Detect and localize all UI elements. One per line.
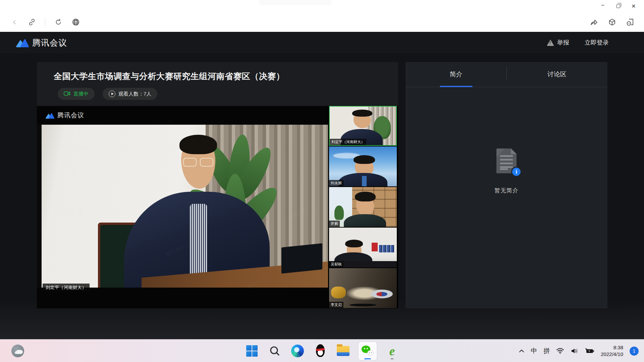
globe-icon (72, 18, 80, 26)
start-button[interactable] (245, 342, 259, 360)
taskbar-clock[interactable]: 8:38 2022/4/10 (601, 344, 623, 358)
speaker-video-frame (37, 125, 328, 288)
participant-tile[interactable]: 李文启 (329, 268, 397, 308)
participant-thumbnails: 刘定平（河南财大） 刘永辉 (329, 106, 397, 308)
link-button[interactable] (28, 18, 36, 26)
weather-widget-icon[interactable] (11, 345, 24, 357)
plate (371, 290, 393, 298)
cable (350, 304, 377, 306)
books (379, 245, 394, 252)
speaker-figure (124, 138, 270, 288)
document-lines (500, 155, 513, 169)
stream-title: 全国大学生市场调查与分析大赛研究生组河南省赛区（决赛） (54, 71, 285, 82)
login-button[interactable]: 立即登录 (585, 39, 609, 47)
report-label: 举报 (557, 39, 569, 47)
player-logo-bar: 腾讯会议 (37, 106, 328, 125)
tray-date: 2022/4/10 (601, 351, 623, 358)
camera-icon (64, 91, 70, 97)
empty-text: 暂无简介 (406, 187, 607, 194)
participant-tile[interactable]: 刘永辉 (329, 146, 397, 186)
tie (362, 176, 367, 186)
wechat-button[interactable] (359, 342, 377, 360)
report-button[interactable]: 举报 (547, 39, 569, 47)
minimize-icon: – (601, 2, 604, 8)
close-button[interactable]: ✕ (626, 0, 641, 12)
player-brand-label: 腾讯会议 (57, 111, 84, 120)
green-e-icon: e (389, 345, 395, 357)
participant-hair (355, 192, 376, 201)
taskbar: e 中 拼 8:38 2022/4 (0, 339, 644, 362)
share-button[interactable] (590, 18, 598, 26)
participant-tile[interactable]: 刘定平（河南财大） (329, 106, 397, 146)
laptop (281, 243, 322, 274)
stream-card: 全国大学生市场调查与分析大赛研究生组河南省赛区（决赛） 直播中 观看人数：7人 (37, 62, 398, 308)
page-body: 全国大学生市场调查与分析大赛研究生组河南省赛区（决赛） 直播中 观看人数：7人 (0, 53, 644, 339)
tab-intro[interactable]: 简介 (406, 62, 506, 87)
edge-browser-button[interactable] (290, 342, 305, 360)
brand[interactable]: 腾讯会议 (16, 37, 67, 48)
panel-tabs: 简介 讨论区 (406, 62, 607, 87)
speaker-icon[interactable] (571, 348, 579, 354)
tray-time: 8:38 (601, 344, 623, 351)
window-titlebar: – ✕ (0, 0, 644, 12)
participant-hair (352, 110, 372, 117)
video-edge (37, 125, 42, 288)
ime-language-indicator[interactable]: 中 (531, 347, 537, 355)
speaker-head (181, 138, 215, 189)
red-flag (372, 243, 378, 251)
qq-login-button[interactable] (626, 18, 635, 26)
participant-nametag: 刘定平（河南财大） (330, 139, 366, 145)
battery-charging-icon[interactable] (585, 348, 594, 354)
video-player[interactable]: 腾讯会议 (37, 106, 398, 308)
plant (334, 205, 344, 220)
windows-logo-icon (246, 345, 258, 357)
file-explorer-button[interactable] (336, 342, 351, 360)
site-mode-button[interactable] (71, 18, 80, 26)
participant-tile[interactable]: 吴郁秋 (329, 228, 397, 267)
side-panel: 简介 讨论区 i 暂无简介 (406, 62, 607, 308)
restore-icon (616, 4, 620, 8)
back-button[interactable]: ‹ (10, 17, 19, 26)
restore-button[interactable] (610, 0, 626, 12)
wifi-icon[interactable] (556, 348, 564, 354)
warning-icon (547, 40, 554, 46)
search-icon (269, 345, 280, 357)
app-window: – ✕ ‹ (0, 0, 644, 362)
tencent-meeting-logo-icon (16, 38, 29, 48)
play-circle-icon (109, 90, 115, 97)
main-video[interactable]: 腾讯会议 (37, 106, 328, 308)
browser-toolbar: ‹ (0, 12, 644, 32)
tab-discussion[interactable]: 讨论区 (506, 62, 607, 87)
live-label: 直播中 (73, 91, 89, 97)
participant-nametag: 李文启 (329, 302, 343, 308)
site-header: 腾讯会议 举报 立即登录 (0, 32, 644, 53)
notification-badge[interactable]: 1 (630, 347, 639, 356)
edge-icon (291, 345, 304, 357)
back-icon: ‹ (13, 16, 16, 26)
folder-icon (337, 346, 350, 356)
close-icon: ✕ (631, 3, 636, 9)
viewers-label: 观看人数：7人 (118, 91, 151, 97)
wechat-icon (361, 345, 374, 357)
tab-intro-label: 简介 (450, 70, 463, 79)
3d-viewer-button[interactable] (608, 18, 616, 26)
participant-body (344, 214, 386, 227)
qq-button[interactable] (313, 342, 328, 360)
minimize-button[interactable]: – (595, 0, 610, 12)
qq-penguin-icon (315, 344, 326, 358)
tab-discussion-label: 讨论区 (547, 70, 567, 79)
participant-nametag: 井辉 (329, 221, 340, 227)
search-button[interactable] (267, 342, 282, 360)
link-icon (28, 18, 36, 26)
refresh-button[interactable] (54, 18, 63, 26)
ime-mode-indicator[interactable]: 拼 (543, 347, 550, 355)
browser-360-button[interactable]: e (385, 342, 399, 360)
viewers-badge: 观看人数：7人 (103, 88, 157, 100)
brand-name: 腾讯会议 (32, 37, 67, 48)
participant-nametag: 刘永辉 (329, 180, 343, 186)
participant-hair (345, 240, 363, 248)
toolbar-divider (45, 18, 45, 26)
participant-tile[interactable]: 井辉 (329, 187, 397, 227)
tray-chevron-up-icon[interactable] (519, 349, 524, 353)
desk-object (331, 287, 346, 299)
